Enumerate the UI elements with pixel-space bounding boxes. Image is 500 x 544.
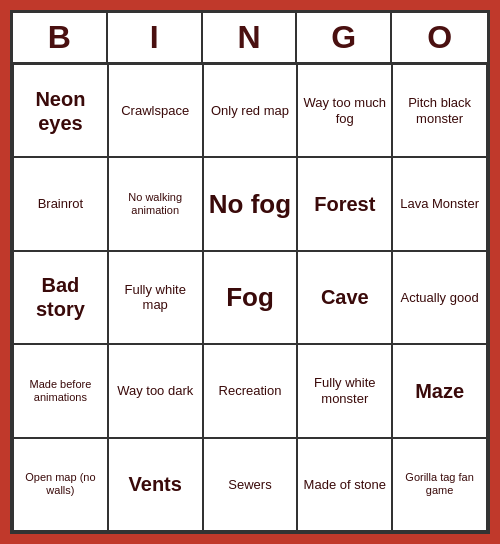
bingo-cell: Forest [297, 157, 392, 250]
bingo-cell: Vents [108, 438, 203, 531]
bingo-cell: Fully white monster [297, 344, 392, 437]
bingo-cell: No walking animation [108, 157, 203, 250]
bingo-cell: Brainrot [13, 157, 108, 250]
bingo-cell: Pitch black monster [392, 64, 487, 157]
bingo-cell: Lava Monster [392, 157, 487, 250]
bingo-cell: Only red map [203, 64, 298, 157]
bingo-cell: Open map (no walls) [13, 438, 108, 531]
bingo-cell: Fog [203, 251, 298, 344]
header-letter: I [108, 13, 203, 62]
bingo-cell: Way too much fog [297, 64, 392, 157]
bingo-cell: Way too dark [108, 344, 203, 437]
bingo-header: BINGO [13, 13, 487, 64]
bingo-cell: Fully white map [108, 251, 203, 344]
bingo-cell: Bad story [13, 251, 108, 344]
header-letter: G [297, 13, 392, 62]
header-letter: B [13, 13, 108, 62]
bingo-cell: Gorilla tag fan game [392, 438, 487, 531]
header-letter: N [203, 13, 298, 62]
bingo-card: BINGO Neon eyesCrawlspaceOnly red mapWay… [10, 10, 490, 534]
bingo-cell: Made before animations [13, 344, 108, 437]
bingo-grid: Neon eyesCrawlspaceOnly red mapWay too m… [13, 64, 487, 531]
header-letter: O [392, 13, 487, 62]
bingo-cell: Crawlspace [108, 64, 203, 157]
bingo-cell: Recreation [203, 344, 298, 437]
bingo-cell: Cave [297, 251, 392, 344]
bingo-cell: No fog [203, 157, 298, 250]
bingo-cell: Sewers [203, 438, 298, 531]
bingo-cell: Neon eyes [13, 64, 108, 157]
bingo-cell: Actually good [392, 251, 487, 344]
bingo-cell: Made of stone [297, 438, 392, 531]
bingo-cell: Maze [392, 344, 487, 437]
